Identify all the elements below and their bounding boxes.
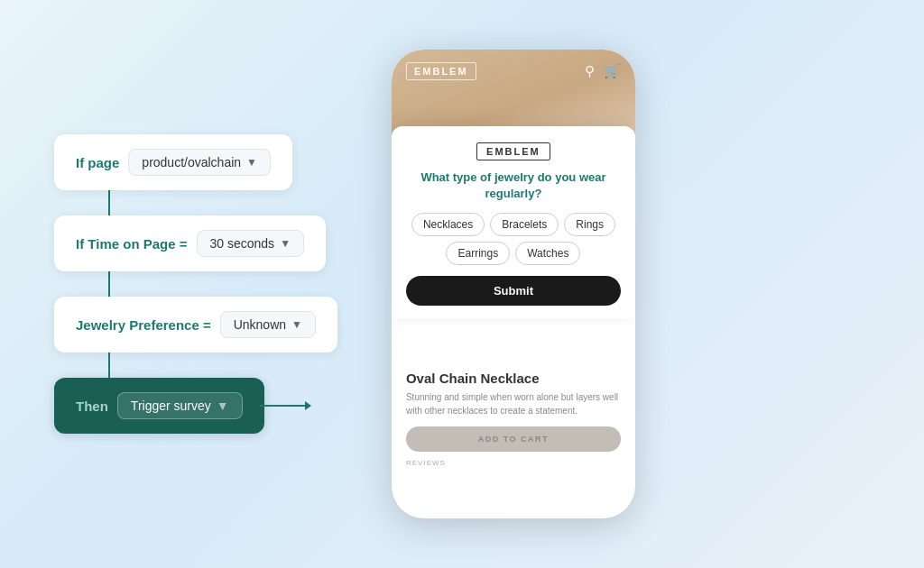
jewelry-pref-value[interactable]: Unknown ▼ [220, 311, 316, 338]
if-time-label: If Time on Page = [76, 236, 188, 252]
chevron-down-icon: ▼ [217, 399, 229, 413]
survey-brand-wrapper: EMBLEM [406, 142, 621, 169]
arrow-line [260, 405, 305, 407]
flow-node-preference: Jewelry Preference = Unknown ▼ [54, 297, 337, 353]
survey-option-bracelets[interactable]: Bracelets [490, 213, 559, 236]
header-icons: ⚲ 🛒 [585, 63, 621, 79]
reviews-label: REVIEWS [406, 452, 621, 474]
chevron-down-icon: ▼ [246, 156, 257, 169]
then-label: Then [76, 399, 108, 414]
if-time-value[interactable]: 30 seconds ▼ [197, 230, 305, 257]
chevron-down-icon: ▼ [291, 318, 302, 331]
chevron-down-icon: ▼ [280, 237, 291, 250]
connector-1 [108, 190, 110, 215]
phone-mockup: EMBLEM ⚲ 🛒 EMBLEM What type of jewelry d… [392, 50, 635, 518]
flow-node-time: If Time on Page = 30 seconds ▼ [54, 215, 326, 271]
survey-option-earrings[interactable]: Earrings [446, 242, 510, 265]
phone-header-bar: EMBLEM ⚲ 🛒 [392, 62, 635, 80]
jewelry-pref-label: Jewelry Preference = [76, 317, 211, 333]
product-section: Oval Chain Necklace Stunning and simple … [392, 356, 635, 481]
survey-option-necklaces[interactable]: Necklaces [411, 213, 485, 236]
search-icon[interactable]: ⚲ [585, 63, 595, 79]
survey-question: What type of jewelry do you wear regular… [406, 169, 621, 202]
trigger-value[interactable]: Trigger survey ▼ [117, 392, 243, 419]
phone-frame: EMBLEM ⚲ 🛒 EMBLEM What type of jewelry d… [392, 50, 635, 518]
product-description: Stunning and simple when worn alone but … [406, 390, 621, 417]
add-to-cart-button[interactable]: ADD TO CART [406, 426, 621, 452]
connector-3 [108, 353, 110, 378]
main-container: If page product/ovalchain ▼ If Time on P… [0, 23, 924, 545]
flow-node-trigger: Then Trigger survey ▼ [54, 378, 264, 434]
header-brand-logo: EMBLEM [406, 62, 476, 80]
survey-option-watches[interactable]: Watches [515, 242, 580, 265]
product-title: Oval Chain Necklace [406, 371, 621, 386]
if-page-label: If page [76, 155, 119, 170]
survey-options: Necklaces Bracelets Rings Earrings Watch… [406, 213, 621, 265]
flow-node-page: If page product/ovalchain ▼ [54, 134, 292, 190]
survey-option-rings[interactable]: Rings [564, 213, 615, 236]
if-page-value[interactable]: product/ovalchain ▼ [128, 149, 271, 176]
arrow-head [305, 401, 311, 410]
flow-diagram: If page product/ovalchain ▼ If Time on P… [54, 134, 337, 434]
survey-brand: EMBLEM [476, 142, 550, 160]
connector-2 [108, 271, 110, 297]
survey-submit-button[interactable]: Submit [406, 276, 621, 306]
cart-icon[interactable]: 🛒 [604, 63, 621, 79]
trigger-arrow [260, 401, 311, 410]
survey-card: EMBLEM What type of jewelry do you wear … [392, 126, 635, 318]
